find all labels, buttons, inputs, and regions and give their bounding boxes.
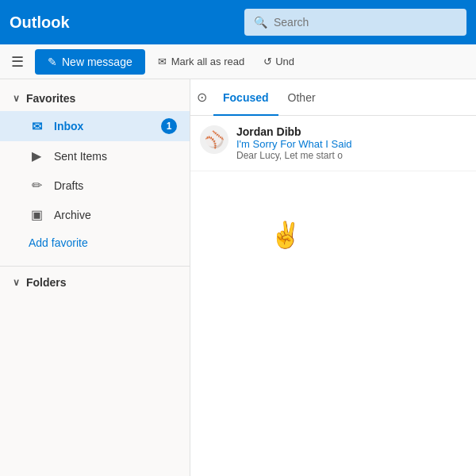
folders-label: Folders [26,276,67,289]
mark-all-read-button[interactable]: ✉ Mark all as read [152,52,251,71]
email-sender: Jordan Dibb [236,125,466,138]
drafts-label: Drafts [54,179,83,192]
folders-header[interactable]: ∨ Folders [0,270,190,295]
avatar-emoji: ⚾ [205,130,225,149]
app-title: Outlook [10,13,76,32]
email-subject: I'm Sorry For What I Said [236,138,466,150]
email-panel: ⊙ Focused Other ⚾ Jordan Dibb I'm Sorry … [190,79,476,476]
email-panel-container: ⊙ Focused Other ⚾ Jordan Dibb I'm Sorry … [190,79,476,476]
envelope-icon: ✉ [158,56,167,67]
undo-label: Und [275,56,294,67]
hamburger-icon: ☰ [11,54,24,70]
mark-all-read-label: Mark all as read [171,56,244,67]
focused-tab-label: Focused [223,91,269,104]
compose-icon: ✎ [48,56,57,68]
tab-focused[interactable]: Focused [213,80,278,116]
search-icon: 🔍 [254,16,267,29]
email-item[interactable]: ⚾ Jordan Dibb I'm Sorry For What I Said … [190,116,476,171]
favorites-section: ∨ Favorites ✉ Inbox 1 ▶ Sent Items ✏ Dra… [0,79,190,263]
email-tabs: ⊙ Focused Other [190,79,476,116]
chevron-down-icon: ∨ [13,93,20,104]
sent-icon: ▶ [29,148,44,163]
inbox-icon: ✉ [29,119,44,134]
add-favorite-link[interactable]: Add favorite [0,229,190,256]
chevron-down-icon-2: ∨ [13,277,20,288]
sidebar-item-archive[interactable]: ▣ Archive [0,200,190,229]
tab-other[interactable]: Other [278,80,325,116]
add-favorite-label: Add favorite [29,236,88,249]
sidebar: ∨ Favorites ✉ Inbox 1 ▶ Sent Items ✏ Dra… [0,79,190,476]
new-message-label: New message [62,56,132,68]
sent-label: Sent Items [54,150,107,163]
main-area: ∨ Favorites ✉ Inbox 1 ▶ Sent Items ✏ Dra… [0,79,476,476]
new-message-button[interactable]: ✎ New message [35,49,145,75]
search-input[interactable] [274,16,457,29]
app-header: Outlook 🔍 [0,0,476,44]
inbox-label: Inbox [54,120,83,132]
sidebar-divider [0,266,190,267]
undo-button[interactable]: ↺ Und [257,52,301,71]
archive-label: Archive [54,209,91,221]
toolbar: ☰ ✎ New message ✉ Mark all as read ↺ Und [0,44,476,79]
email-content: Jordan Dibb I'm Sorry For What I Said De… [236,125,466,161]
avatar: ⚾ [200,125,228,154]
sidebar-item-sent[interactable]: ▶ Sent Items [0,141,190,171]
email-list: ⚾ Jordan Dibb I'm Sorry For What I Said … [190,116,476,476]
focused-check-icon: ⊙ [197,90,207,105]
undo-icon: ↺ [263,56,272,67]
favorites-label: Favorites [26,92,75,105]
email-preview: Dear Lucy, Let me start o [236,150,466,161]
archive-icon: ▣ [29,207,44,222]
other-tab-label: Other [288,91,316,104]
search-bar[interactable]: 🔍 [244,9,466,36]
favorites-header[interactable]: ∨ Favorites [0,86,190,111]
drafts-icon: ✏ [29,178,44,193]
hamburger-button[interactable]: ☰ [6,48,29,75]
sidebar-item-drafts[interactable]: ✏ Drafts [0,171,190,200]
inbox-badge: 1 [161,118,177,134]
sidebar-item-inbox[interactable]: ✉ Inbox 1 [0,111,190,141]
